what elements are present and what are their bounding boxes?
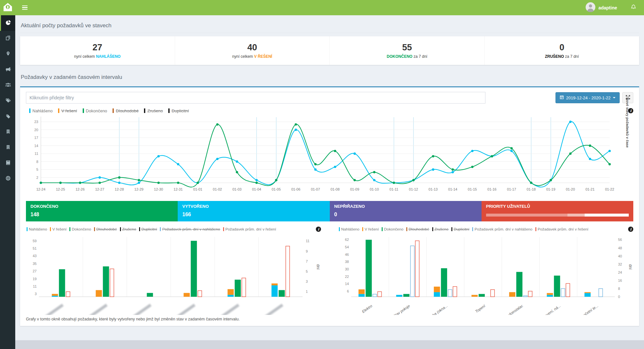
sidebar: [0, 15, 15, 349]
svg-text:01-18: 01-18: [527, 187, 536, 191]
legend-marker: [223, 227, 224, 231]
legend-marker: [432, 227, 433, 231]
svg-text:01-06: 01-06: [291, 187, 300, 191]
svg-text:32: 32: [618, 262, 622, 266]
legend-item[interactable]: Zrušeno: [144, 108, 163, 113]
svg-text:2: 2: [36, 176, 38, 180]
svg-text:9: 9: [306, 249, 308, 253]
legend-item[interactable]: Dlouhodobé: [94, 227, 117, 231]
svg-text:11: 11: [306, 239, 309, 243]
sidebar-item-locations[interactable]: [0, 46, 15, 62]
sidebar-item-tags[interactable]: [0, 93, 15, 109]
svg-text:12-27: 12-27: [95, 187, 104, 191]
svg-text:19: 19: [33, 277, 37, 281]
summary-box-neprirazeno: NEPŘIŘAZENO0: [330, 201, 482, 221]
legend-marker: [339, 227, 340, 231]
svg-text:01-20: 01-20: [566, 187, 575, 191]
summary-box-value: 148: [30, 212, 173, 218]
sidebar-item-book[interactable]: [0, 156, 15, 171]
svg-text:43: 43: [33, 254, 37, 258]
legend-item[interactable]: Zrušeno: [120, 227, 136, 231]
legend-item[interactable]: V řešení: [58, 108, 77, 113]
summary-box-vytvoreno: VYTVOŘENO166: [178, 201, 329, 221]
notifications-button[interactable]: [631, 4, 636, 11]
date-range-button[interactable]: 2019-12-24 - 2020-1-22: [555, 92, 620, 103]
svg-text:01-16: 01-16: [487, 187, 496, 191]
summary-box-priority: PRIORITY UŽIVATELŮ: [482, 201, 633, 221]
legend-item[interactable]: Duplicitní: [139, 227, 157, 231]
legend-marker: [29, 108, 30, 113]
bullhorn-icon: [6, 67, 11, 73]
legend-item[interactable]: Nahlášeno: [29, 108, 53, 113]
summary-box-value: 0: [334, 212, 477, 218]
svg-text:Topení: Topení: [474, 304, 486, 314]
svg-text:01-14: 01-14: [448, 187, 457, 191]
info-icon[interactable]: [628, 227, 633, 232]
svg-text:3: 3: [35, 292, 37, 296]
svg-text:01-03: 01-03: [233, 187, 242, 191]
legend-item[interactable]: Dlouhodobé: [113, 108, 138, 113]
info-icon[interactable]: [316, 227, 321, 232]
sidebar-item-tag[interactable]: [0, 109, 15, 124]
legend-item[interactable]: Nahlášeno: [27, 227, 47, 231]
summary-box-title: PRIORITY UŽIVATELŮ: [486, 204, 629, 209]
menu-toggle[interactable]: [20, 4, 30, 12]
bar-chart-categories-block: NahlášenoV řešeníDokončenoDlouhodobéZruš…: [338, 225, 633, 316]
bar-chart-1: 3111927354351591357911dní: [26, 232, 321, 315]
sidebar-item-building-1[interactable]: [0, 124, 15, 140]
svg-text:38: 38: [345, 260, 349, 264]
legend-item[interactable]: Dokončeno: [83, 108, 107, 113]
svg-text:01-17: 01-17: [507, 187, 516, 191]
svg-text:6: 6: [347, 289, 349, 293]
bar-chart-blurred-block: NahlášenoV řešeníDokončenoDlouhodobéZruš…: [26, 225, 321, 316]
svg-text:Vodoinstalac: Vodoinstalac: [504, 304, 524, 315]
svg-text:12-26: 12-26: [76, 187, 85, 191]
stat-dokonceno: 55DOKONČENO za 7 dní: [330, 36, 485, 65]
svg-text:0: 0: [618, 295, 620, 299]
app-logo[interactable]: [0, 0, 15, 15]
svg-text:01-05: 01-05: [272, 187, 281, 191]
svg-text:12-25: 12-25: [56, 187, 65, 191]
legend-marker: [27, 227, 28, 231]
legend-item[interactable]: Nahlášeno: [339, 227, 359, 231]
legend-marker: [50, 227, 51, 231]
svg-text:59: 59: [33, 239, 37, 243]
svg-text:12-29: 12-29: [134, 187, 143, 191]
legend-item[interactable]: Zrušeno: [432, 227, 448, 231]
legend-item[interactable]: Dokončeno: [69, 227, 91, 231]
summary-box-dokonceno: DOKONČENO148: [26, 201, 178, 221]
legend-item[interactable]: Duplicitní: [168, 108, 189, 113]
sidebar-item-dashboard[interactable]: [0, 15, 15, 31]
legend-item[interactable]: Požadavek prům. dní v nahlášeno: [160, 227, 220, 231]
line-chart-axis-title: Nové stavy požadavků v čase: [626, 97, 629, 148]
sidebar-item-users[interactable]: [0, 78, 15, 93]
user-menu[interactable]: adaptine: [584, 1, 619, 15]
legend-item[interactable]: V řešení: [50, 227, 66, 231]
svg-text:Elektro: Elektro: [361, 304, 373, 314]
svg-text:20: 20: [34, 128, 38, 132]
sidebar-item-building-2[interactable]: [0, 140, 15, 156]
section-title-interval: Požadavky v zadaném časovém intervalu: [20, 69, 639, 83]
legend-item[interactable]: Požadavek prům. dní v řešení: [223, 227, 276, 231]
sidebar-item-globe[interactable]: [0, 171, 15, 187]
legend-item[interactable]: Požadavek prům. dní v nahlášeno: [472, 227, 532, 231]
legend-item[interactable]: Dlouhodobé: [406, 227, 429, 231]
svg-text:01-04: 01-04: [252, 187, 261, 191]
legend-item[interactable]: Duplicitní: [451, 227, 470, 231]
pie-chart-icon: [6, 20, 11, 27]
sidebar-item-announcements[interactable]: [0, 62, 15, 78]
svg-text:01-10: 01-10: [370, 187, 379, 191]
stat-value: 0: [559, 43, 564, 53]
legend-item[interactable]: Požadavek prům. dní v řešení: [535, 227, 589, 231]
filter-input[interactable]: [26, 92, 485, 104]
stat-value: 27: [92, 43, 102, 53]
sidebar-item-pages[interactable]: [0, 31, 15, 46]
stat-value: 40: [247, 43, 257, 53]
svg-text:12-24: 12-24: [36, 187, 45, 191]
svg-text:3: 3: [306, 280, 308, 283]
legend-item[interactable]: Dokončeno: [382, 227, 403, 231]
svg-text:12-31: 12-31: [173, 187, 183, 191]
bell-icon: [631, 4, 636, 11]
legend-item[interactable]: V řešení: [362, 227, 379, 231]
svg-text:17: 17: [34, 136, 38, 140]
